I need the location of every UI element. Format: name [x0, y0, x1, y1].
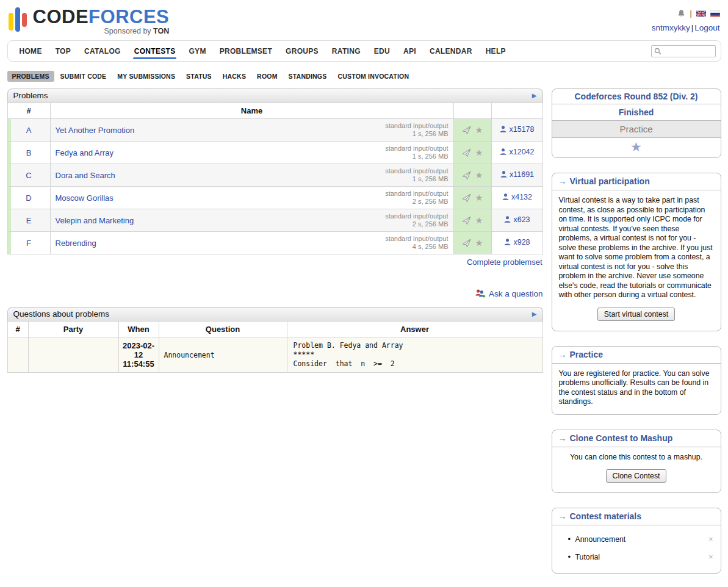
problems-header-actions [453, 103, 491, 119]
nav-item-problemset[interactable]: PROBLEMSET [213, 41, 279, 61]
problem-limits: standard input/output2 s, 256 MB [385, 212, 448, 228]
problem-name-link[interactable]: Yet Another Promotion [56, 126, 135, 135]
clone-contest-button[interactable]: Clone Contest [606, 469, 667, 483]
favorite-star-icon[interactable]: ★ [475, 148, 483, 157]
logo-wordmark: CODEFORCES [33, 6, 170, 27]
subnav-item-submit-code[interactable]: SUBMIT CODE [56, 71, 112, 82]
nav-item-gym[interactable]: GYM [182, 41, 212, 61]
favorite-star-icon[interactable]: ★ [475, 193, 483, 202]
submit-plane-icon[interactable] [462, 193, 471, 203]
problem-name-link[interactable]: Fedya and Array [56, 148, 114, 157]
problems-grid: # Name A Yet Another Promotion standard … [7, 103, 543, 254]
submit-plane-icon[interactable] [462, 171, 471, 180]
question-row: 2023-02-1211:54:55 Announcement Problem … [7, 337, 542, 373]
caption-arrow-icon[interactable]: ▶ [532, 311, 537, 317]
caption-arrow-icon[interactable]: ▶ [532, 93, 537, 99]
contest-info-box: Codeforces Round 852 (Div. 2) Finished P… [552, 88, 721, 158]
contest-title-row: Codeforces Round 852 (Div. 2) [552, 89, 721, 104]
submit-plane-icon[interactable] [462, 239, 471, 248]
favorite-star-icon[interactable]: ★ [475, 126, 483, 134]
subnav-item-my-submissions[interactable]: MY SUBMISSIONS [112, 71, 180, 82]
nav-item-rating[interactable]: RATING [325, 41, 367, 61]
nav-item-contests[interactable]: CONTESTS [128, 41, 182, 61]
problem-index-link[interactable]: F [26, 239, 31, 248]
logo-bars-icon [9, 7, 27, 32]
virtual-caption: →Virtual participation [552, 173, 721, 190]
problem-index-link[interactable]: D [26, 193, 31, 203]
nav-item-home[interactable]: HOME [13, 41, 49, 61]
problem-name-link[interactable]: Rebrending [56, 239, 96, 248]
nav-item-groups[interactable]: GROUPS [279, 41, 325, 61]
problems-caption-label: Problems [13, 91, 48, 100]
solved-count-link[interactable]: x623 [503, 215, 530, 224]
problem-index-link[interactable]: A [26, 126, 32, 135]
problem-limits: standard input/output1 s, 256 MB [385, 145, 448, 160]
ask-question-link[interactable]: Ask a question [489, 289, 543, 298]
problem-index-link[interactable]: C [26, 171, 31, 180]
subnav-item-hacks[interactable]: HACKS [218, 71, 251, 82]
solved-count: x11691 [510, 170, 534, 179]
close-icon[interactable]: × [708, 535, 713, 544]
person-icon [499, 125, 507, 133]
arrow-icon: → [558, 350, 567, 359]
problem-io: standard input/output [385, 212, 448, 220]
virtual-title-link[interactable]: Virtual participation [570, 176, 650, 186]
materials-title-link[interactable]: Contest materials [570, 511, 641, 521]
subnav-item-standings[interactable]: STANDINGS [284, 71, 332, 82]
favorite-star-icon[interactable]: ★ [475, 239, 483, 247]
nav-item-catalog[interactable]: CATALOG [77, 41, 128, 61]
favorite-star-icon[interactable]: ★ [475, 216, 483, 225]
logout-link[interactable]: Logout [694, 23, 719, 32]
solved-count-link[interactable]: x12042 [499, 148, 534, 156]
nav-item-top[interactable]: TOP [49, 41, 77, 61]
subnav-item-problems[interactable]: PROBLEMS [7, 71, 54, 82]
nav-item-calendar[interactable]: CALENDAR [423, 41, 479, 61]
person-icon [502, 193, 510, 201]
favorite-star-icon[interactable]: ★ [475, 171, 483, 179]
practice-title-link[interactable]: Practice [570, 350, 603, 359]
complete-problemset-link[interactable]: Complete problemset [467, 257, 542, 267]
username-link[interactable]: sntmxykky [652, 23, 690, 32]
subnav-item-custom-invocation[interactable]: CUSTOM INVOCATION [333, 71, 414, 82]
problem-time-memory: 2 s, 256 MB [385, 220, 448, 228]
clone-title-link[interactable]: Clone Contest to Mashup [570, 433, 673, 443]
questions-grid: # Party When Question Answer 2023-02-121… [7, 321, 543, 373]
questions-header-when: When [118, 322, 159, 337]
start-virtual-contest-button[interactable]: Start virtual contest [597, 308, 675, 321]
solved-count-link[interactable]: x15178 [499, 125, 534, 134]
nav-item-edu[interactable]: EDU [367, 41, 397, 61]
contest-title-link[interactable]: Codeforces Round 852 (Div. 2) [574, 92, 697, 101]
problem-index-link[interactable]: E [26, 216, 32, 225]
logo-bar-red [22, 13, 27, 27]
submit-plane-icon[interactable] [462, 148, 471, 157]
complete-problemset-row: Complete problemset [8, 257, 542, 267]
nav-item-help[interactable]: HELP [479, 41, 513, 61]
subnav-item-status[interactable]: STATUS [181, 71, 217, 82]
nav-item-api[interactable]: API [397, 41, 423, 61]
problem-time-memory: 1 s, 256 MB [385, 153, 448, 160]
uk-flag-icon[interactable] [696, 10, 706, 17]
problem-name-link[interactable]: Moscow Gorillas [56, 193, 114, 203]
problem-time-memory: 4 s, 256 MB [385, 243, 448, 251]
subnav-item-room[interactable]: ROOM [252, 71, 282, 82]
contest-favorite-star-icon[interactable]: ★ [630, 140, 642, 154]
solved-count-link[interactable]: x11691 [500, 170, 534, 179]
solved-count-link[interactable]: x4132 [502, 193, 532, 201]
announcement-link[interactable]: Announcement [575, 535, 626, 544]
tutorial-link[interactable]: Tutorial [575, 553, 600, 561]
submit-plane-icon[interactable] [462, 216, 471, 225]
virtual-button-row: Start virtual contest [559, 306, 714, 323]
submit-plane-icon[interactable] [462, 126, 471, 135]
problem-name-link[interactable]: Velepin and Marketing [56, 216, 134, 225]
problem-row-b: B Fedya and Array standard input/output1… [7, 142, 542, 164]
codeforces-logo[interactable]: CODEFORCES Sponsored by TON [9, 7, 170, 35]
practice-box: →Practice You are registered for practic… [552, 346, 721, 415]
problem-name-link[interactable]: Dora and Search [56, 171, 115, 180]
solved-count: x4132 [511, 193, 532, 201]
solved-count-link[interactable]: x928 [503, 238, 530, 247]
close-icon[interactable]: × [708, 552, 713, 561]
clone-button-row: Clone Contest [559, 468, 714, 485]
ru-flag-icon[interactable] [710, 10, 720, 17]
bell-icon[interactable] [677, 9, 685, 18]
problem-index-link[interactable]: B [26, 148, 32, 157]
